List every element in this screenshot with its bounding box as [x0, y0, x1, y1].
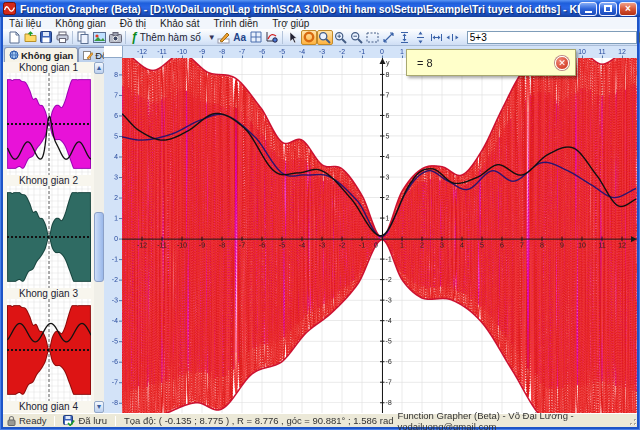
maximize-icon: [604, 5, 612, 12]
grid-settings-button[interactable]: [248, 30, 264, 45]
resize-grip[interactable]: [626, 415, 636, 427]
pan-hand-icon: [303, 31, 315, 43]
minimize-icon: [585, 11, 592, 13]
text-format-button[interactable]: Aa: [232, 30, 248, 45]
draw-button[interactable]: [216, 30, 232, 45]
print-button[interactable]: [54, 30, 70, 45]
fit-vertical-icon: [399, 31, 410, 44]
globe-icon: [9, 50, 19, 60]
close-button[interactable]: ×: [619, 2, 637, 16]
plot-area[interactable]: [104, 46, 637, 413]
copy-icon: [77, 31, 89, 44]
menu-do-thi[interactable]: Đồ thị: [120, 18, 146, 29]
status-saved: Đã lưu: [78, 415, 107, 426]
cursor-icon: [287, 31, 298, 44]
space-thumbnail-list: Khong gian 1 Khong gian 2 Khong gian 3 K…: [3, 62, 94, 413]
sidebar: Không gian Đối tượng Khong gian 1 Khong …: [3, 46, 104, 413]
thumbnail-caption: Khong gian 4: [3, 401, 94, 412]
fit-horizontal-button[interactable]: [429, 30, 445, 45]
function-icon: ƒ: [131, 30, 138, 44]
scroll-down-icon[interactable]: ▼: [94, 401, 104, 413]
text-format-icon: Aa: [233, 32, 246, 43]
pan-button[interactable]: [301, 30, 317, 45]
camera-icon: [109, 32, 122, 43]
capture-button[interactable]: [107, 30, 123, 45]
toolbar-separator: [282, 31, 283, 44]
zoom-out-icon: [350, 31, 363, 44]
expand-arrows-icon: [382, 31, 395, 44]
compress-horizontal-icon: [446, 32, 459, 43]
cursor-button[interactable]: [285, 30, 301, 45]
minimize-button[interactable]: [579, 2, 597, 16]
selection-rect-icon: [366, 32, 379, 43]
plot-canvas[interactable]: [104, 46, 637, 413]
thumbnail-caption: Khong gian 3: [3, 288, 94, 299]
status-separator: [54, 416, 55, 426]
add-function-dropdown-icon[interactable]: ▼: [208, 33, 216, 42]
status-coordinates: Tọa độ: ( -0.135 ; 8.775 ) , R = 8.776 ,…: [124, 415, 393, 426]
open-folder-icon: [24, 31, 37, 43]
menu-khong-gian[interactable]: Không gian: [55, 18, 106, 29]
list-item-khong-gian-2[interactable]: Khong gian 2: [3, 175, 94, 288]
scroll-up-icon[interactable]: ▲: [94, 62, 104, 74]
menu-trinh-dien[interactable]: Trình diễn: [213, 18, 258, 29]
status-separator: [115, 416, 116, 426]
thumbnail-khong-gian-1[interactable]: [7, 73, 91, 175]
maximize-button[interactable]: [599, 2, 617, 16]
status-bar: Ready Đã lưu Tọa độ: ( -0.135 ; 8.775 ) …: [3, 413, 637, 427]
list-item-khong-gian-3[interactable]: Khong gian 3: [3, 288, 94, 401]
menu-khao-sat[interactable]: Khảo sát: [160, 18, 199, 29]
compress-vertical-button[interactable]: [413, 30, 429, 45]
app-window: Function Grapher (Beta) - [D:\VoDaiLuong…: [0, 0, 640, 430]
edit-doc-icon: [83, 50, 93, 60]
content-area: Không gian Đối tượng Khong gian 1 Khong …: [3, 46, 637, 413]
list-item-khong-gian-1[interactable]: Khong gian 1: [3, 62, 94, 175]
status-ready: Ready: [19, 415, 46, 426]
graph-settings-button[interactable]: [264, 30, 280, 45]
thumbnail-caption: Khong gian 1: [3, 62, 94, 73]
zoom-in-icon: [334, 31, 347, 44]
zoom-select-button[interactable]: [365, 30, 381, 45]
menu-bar: Tài liệu Không gian Đồ thị Khảo sát Trìn…: [3, 17, 637, 29]
open-file-button[interactable]: [22, 30, 38, 45]
close-icon: ×: [625, 4, 631, 14]
copy-button[interactable]: [75, 30, 91, 45]
sidebar-scrollbar[interactable]: ▲ ▼: [94, 62, 104, 413]
add-function-button[interactable]: ƒ Thêm hàm số: [128, 30, 204, 45]
fit-vertical-button[interactable]: [397, 30, 413, 45]
zoom-in-button[interactable]: [333, 30, 349, 45]
tab-khong-gian-label: Không gian: [21, 50, 73, 61]
print-icon: [56, 31, 69, 43]
status-app-info: Function Grapher (Beta) - Võ Đại Lương -…: [397, 410, 626, 430]
export-image-button[interactable]: [91, 30, 107, 45]
saved-disk-icon: [63, 415, 75, 426]
new-file-button[interactable]: [6, 30, 22, 45]
menu-tai-lieu[interactable]: Tài liệu: [9, 18, 41, 29]
fit-horizontal-icon: [430, 32, 443, 43]
thumbnail-caption: Khong gian 2: [3, 175, 94, 186]
expression-input[interactable]: [467, 31, 637, 44]
zoom-out-button[interactable]: [349, 30, 365, 45]
save-button[interactable]: [38, 30, 54, 45]
list-item-khong-gian-4[interactable]: Khong gian 4: [3, 401, 94, 412]
fit-view-button[interactable]: [381, 30, 397, 45]
thumbnail-khong-gian-3[interactable]: [7, 299, 91, 401]
add-function-label: Thêm hàm số: [140, 32, 201, 43]
menu-tro-giup[interactable]: Trợ giúp: [272, 18, 309, 29]
toolbar-separator: [125, 31, 126, 44]
scrollbar-thumb[interactable]: [94, 212, 104, 282]
toolbar: ƒ Thêm hàm số ▼ Aa: [3, 29, 637, 46]
grid-icon: [250, 31, 262, 43]
thumbnail-khong-gian-2[interactable]: [7, 186, 91, 288]
new-file-icon: [9, 31, 20, 44]
calc-result-popup: = 8 ✕: [406, 49, 576, 76]
tab-khong-gian[interactable]: Không gian: [4, 47, 78, 62]
save-icon: [40, 31, 52, 43]
graph-settings-icon: [265, 31, 278, 43]
popup-close-icon[interactable]: ✕: [555, 56, 569, 70]
zoom-mode-button[interactable]: [317, 30, 333, 45]
title-bar: Function Grapher (Beta) - [D:\VoDaiLuong…: [0, 0, 640, 17]
compress-horizontal-button[interactable]: [445, 30, 461, 45]
export-image-icon: [93, 32, 106, 43]
toolbar-separator: [72, 31, 73, 44]
